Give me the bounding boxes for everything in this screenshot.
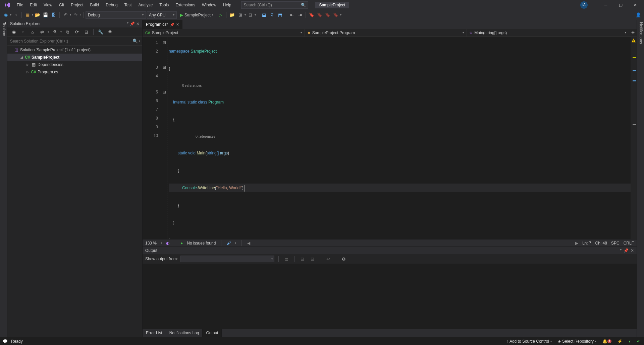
nav-back-dropdown-icon[interactable]: ▾ (10, 13, 11, 16)
live-share-button[interactable]: 👤 (635, 11, 642, 19)
panel-pin-icon[interactable]: 📌 (624, 248, 629, 253)
output-body[interactable] (143, 264, 637, 329)
fold-toggle-icon[interactable]: ⊟ (161, 63, 167, 72)
new-project-button[interactable]: ▦ (24, 11, 31, 19)
menu-project[interactable]: Project (67, 1, 87, 9)
expand-icon[interactable]: ◢ (19, 56, 23, 59)
se-collapse-icon[interactable]: ⊟ (83, 28, 90, 36)
panel-pin-icon[interactable]: 📌 (130, 21, 135, 26)
search-options-icon[interactable]: ▾ (139, 40, 142, 43)
panel-close-icon[interactable]: ✕ (631, 248, 634, 253)
menu-help[interactable]: Help (220, 1, 235, 9)
solution-explorer-search[interactable]: 🔍 ▾ (7, 37, 142, 46)
toolbox-tab[interactable]: Toolbox (0, 20, 7, 337)
se-properties-icon[interactable]: 🔧 (97, 28, 104, 36)
tb-icon-2[interactable]: ⊞ (236, 11, 244, 19)
panel-close-icon[interactable]: ✕ (136, 21, 140, 26)
tb-icon-3[interactable]: ⊡ (247, 11, 254, 19)
panel-menu-icon[interactable]: ▾ (620, 248, 622, 253)
scroll-right-icon[interactable]: ▶ (575, 241, 578, 246)
window-minimize-button[interactable]: ─ (598, 0, 613, 10)
pin-icon[interactable]: 📌 (170, 23, 174, 26)
codelens-references[interactable]: 0 references (169, 82, 631, 89)
solution-explorer-search-input[interactable] (7, 37, 131, 45)
menu-git[interactable]: Git (56, 1, 67, 9)
open-file-button[interactable]: 📂 (34, 11, 41, 19)
solution-platform-combo[interactable]: Any CPU▾ (147, 11, 177, 19)
start-dropdown-icon[interactable]: ▾ (212, 13, 213, 16)
zoom-level[interactable]: 130 % (145, 241, 157, 246)
menu-tools[interactable]: Tools (156, 1, 172, 9)
undo-dropdown-icon[interactable]: ▾ (70, 13, 71, 16)
toggle-icon[interactable]: ◐ (166, 241, 169, 246)
menu-file[interactable]: File (13, 1, 26, 9)
bookmark-icon-1[interactable]: 🔖 (308, 11, 315, 19)
se-refresh-icon[interactable]: ⟳ (73, 28, 80, 36)
menu-debug[interactable]: Debug (102, 1, 121, 9)
redo-button[interactable]: ↷ (72, 11, 79, 19)
split-editor-button[interactable]: ✚ (629, 29, 637, 37)
select-repository-button[interactable]: ◈ Select Repository ▴ (556, 339, 598, 344)
output-toggle-icon-2[interactable]: ⊟ (309, 255, 316, 263)
notifications-button[interactable]: 🔔 2 (601, 339, 613, 344)
status-icon-2[interactable]: ▾ (627, 339, 632, 344)
redo-dropdown-icon[interactable]: ▾ (80, 13, 81, 16)
status-icon-1[interactable]: ⚡ (616, 339, 624, 344)
account-avatar[interactable]: IA (580, 1, 588, 9)
zoom-dropdown-icon[interactable]: ▾ (161, 242, 162, 245)
menu-build[interactable]: Build (87, 1, 103, 9)
brush-dropdown-icon[interactable]: ▾ (235, 242, 236, 245)
expand-icon[interactable]: ▷ (25, 70, 30, 74)
tb-step-icon-2[interactable]: ↧ (268, 11, 276, 19)
bottom-tab-notifications-log[interactable]: Notifications Log (166, 329, 203, 337)
se-switch-view-dropdown[interactable]: ▾ (48, 30, 49, 33)
bookmark-icon-3[interactable]: 🔖 (324, 11, 331, 19)
codelens-references[interactable]: 0 references (169, 133, 631, 140)
menu-extensions[interactable]: Extensions (172, 1, 199, 9)
bottom-tab-output[interactable]: Output (203, 329, 222, 337)
tb-step-icon-1[interactable]: ⬓ (260, 11, 268, 19)
undo-button[interactable]: ↶ (62, 11, 69, 19)
search-icon[interactable]: 🔍 (131, 38, 139, 45)
tb-icon-3-dropdown[interactable]: ▾ (255, 13, 256, 16)
se-switch-view-icon[interactable]: ⇄ (38, 28, 46, 36)
line-ending[interactable]: CRLF (624, 241, 634, 246)
output-tools-icon[interactable]: ⚙ (340, 255, 347, 263)
nav-back-button[interactable]: ◉ (2, 11, 9, 19)
bookmark-icon-2[interactable]: 🔖 (316, 11, 323, 19)
scroll-left-icon[interactable]: ◀ (247, 241, 250, 246)
menu-analyze[interactable]: Analyze (135, 1, 156, 9)
chat-icon[interactable]: 💬 (3, 339, 8, 344)
code-editor[interactable]: 1 2 3 4 5 6 7 8 9 10 ⊟ ⊟ ⊟ name (143, 37, 637, 239)
menu-view[interactable]: View (40, 1, 56, 9)
tree-solution-node[interactable]: ◫ Solution 'SampleProject' (1 of 1 proje… (7, 46, 142, 54)
se-back-icon[interactable]: ◉ (10, 28, 17, 36)
se-preview-icon[interactable]: 👁 (106, 28, 114, 36)
window-maximize-button[interactable]: ▢ (613, 0, 628, 10)
save-button[interactable]: 💾 (42, 11, 49, 19)
se-home-icon[interactable]: ⌂ (29, 28, 36, 36)
menu-test[interactable]: Test (121, 1, 135, 9)
document-tab[interactable]: Program.cs* 📌 ✕ (143, 20, 182, 29)
start-without-debugging-button[interactable]: ▷ (217, 11, 224, 19)
se-filter-icon[interactable]: ⚗ (51, 28, 58, 36)
tree-dependencies-node[interactable]: ▷ ▦ Dependencies (7, 61, 142, 68)
quick-launch-search[interactable]: Search (Ctrl+Q) 🔍 (241, 1, 308, 9)
output-wrap-icon[interactable]: ↩ (324, 255, 332, 263)
tb-icon-1[interactable]: 📁 (228, 11, 236, 19)
fold-toggle-icon[interactable]: ⊟ (161, 88, 167, 96)
tb-icon-2-dropdown[interactable]: ▾ (245, 13, 246, 16)
nav-project-combo[interactable]: C# SampleProject ▾ (143, 29, 305, 37)
bookmark-icon-4[interactable]: 🔖 (332, 11, 339, 19)
se-sync-icon[interactable]: ⧉ (64, 28, 71, 36)
se-filter-dropdown[interactable]: ▾ (60, 30, 62, 33)
panel-menu-icon[interactable]: ▾ (127, 21, 128, 26)
bookmark-dropdown-icon[interactable]: ▾ (340, 13, 341, 16)
bottom-tab-error-list[interactable]: Error List (143, 329, 166, 337)
tb-indent-icon-2[interactable]: ⇥ (296, 11, 304, 19)
tree-file-node[interactable]: ▷ C# Program.cs (7, 68, 142, 76)
new-project-dropdown-icon[interactable]: ▾ (32, 13, 33, 16)
menu-edit[interactable]: Edit (26, 1, 40, 9)
output-source-combo[interactable]: ▾ (180, 256, 274, 262)
tb-indent-icon-1[interactable]: ⇤ (288, 11, 296, 19)
